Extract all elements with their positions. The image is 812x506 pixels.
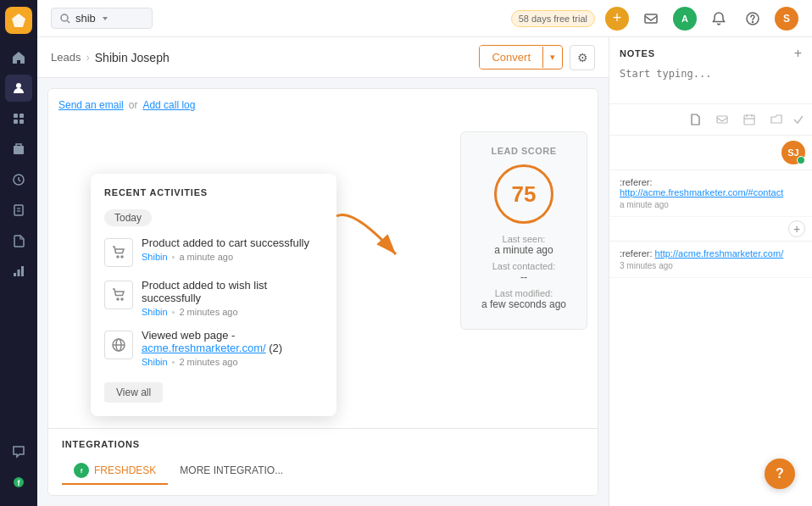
breadcrumb-name: Shibin Joseph xyxy=(95,51,170,64)
notes-add-button[interactable]: + xyxy=(794,46,802,61)
right-activity-link-1[interactable]: http://acme.freshmarketer.com/#contact xyxy=(620,187,783,197)
sidebar-icon-home[interactable] xyxy=(5,44,32,71)
freshdesk-label: FRESHDESK xyxy=(94,464,156,476)
settings-button[interactable]: ⚙ xyxy=(570,45,595,70)
right-panel-calendar-icon[interactable] xyxy=(737,108,761,131)
sidebar-icon-chat[interactable] xyxy=(5,438,32,465)
lead-score-title: LEAD SCORE xyxy=(491,146,556,156)
svg-point-21 xyxy=(117,256,119,258)
svg-point-16 xyxy=(61,14,68,21)
activity-link-3[interactable]: acme.freshmarketer.com/ xyxy=(142,342,266,354)
online-badge xyxy=(797,156,805,164)
svg-rect-31 xyxy=(744,115,754,125)
activity-icon-web xyxy=(104,331,133,359)
notifications-icon[interactable] xyxy=(707,7,731,31)
right-activity-time-2: 3 minutes ago xyxy=(620,261,802,270)
search-icon xyxy=(60,14,70,24)
sidebar-icon-deals[interactable] xyxy=(5,166,32,193)
svg-point-20 xyxy=(753,21,754,22)
user-avatar-green[interactable]: A xyxy=(673,7,697,31)
activity-add-button[interactable]: + xyxy=(788,220,805,237)
sidebar-icon-contacts[interactable] xyxy=(5,105,32,132)
sidebar-icon-tasks[interactable] xyxy=(5,197,32,224)
email-icon[interactable] xyxy=(639,7,663,31)
recent-activities-popup: RECENT ACTIVITIES Today Product added to… xyxy=(91,174,336,416)
notes-input[interactable] xyxy=(620,68,802,92)
notes-header: NOTES + xyxy=(620,46,802,61)
search-box[interactable]: shib xyxy=(51,8,153,29)
avatar-with-badge: SJ xyxy=(781,141,805,164)
activity-item-3: Viewed web page - acme.freshmarketer.com… xyxy=(104,329,323,367)
svg-text:f: f xyxy=(81,467,83,475)
activity-time-3: 2 minutes ago xyxy=(179,357,237,367)
breadcrumb-sep: › xyxy=(86,51,89,64)
add-call-log-link[interactable]: Add call log xyxy=(142,99,195,111)
contact-info-panel: Send an email or Add call log View all L… xyxy=(47,88,598,496)
svg-rect-3 xyxy=(19,114,24,118)
last-modified-label: Last modified: xyxy=(481,288,566,298)
activity-user-3[interactable]: Shibin xyxy=(142,357,168,367)
right-panel-icons xyxy=(609,104,812,136)
sidebar-icon-files[interactable] xyxy=(5,227,32,254)
sidebar-icon-companies[interactable] xyxy=(5,136,32,163)
integrations-section: INTEGRATIONS f FRESHDESK MORE INTEGRATIO… xyxy=(48,428,598,495)
svg-rect-18 xyxy=(645,14,657,23)
sidebar-logo[interactable] xyxy=(5,7,32,34)
activity-date-badge: Today xyxy=(104,209,152,226)
score-meta: Last seen: a minute ago Last contacted: … xyxy=(481,234,566,315)
right-panel-doc-icon[interactable] xyxy=(683,108,707,131)
center-panel: Leads › Shibin Joseph Convert ▾ ⚙ Send a… xyxy=(37,37,609,506)
send-email-link[interactable]: Send an email xyxy=(58,99,124,111)
breadcrumb-leads[interactable]: Leads xyxy=(51,51,81,64)
activity-icon-wishlist xyxy=(104,281,133,309)
freshdesk-icon: f xyxy=(74,463,89,478)
score-circle: 75 xyxy=(494,164,553,224)
help-icon[interactable] xyxy=(741,7,765,31)
breadcrumb: Leads › Shibin Joseph xyxy=(51,51,170,64)
activity-meta-3: Shibin • 2 minutes ago xyxy=(142,357,323,367)
convert-button[interactable]: Convert xyxy=(480,46,542,69)
arrow-annotation xyxy=(328,199,447,267)
sidebar-icon-reports[interactable] xyxy=(5,258,32,285)
activity-time-1: a minute ago xyxy=(179,252,233,262)
topbar: shib 58 days free trial + A S xyxy=(37,0,812,37)
popup-view-all-button[interactable]: View all xyxy=(104,382,163,403)
help-button[interactable]: ? xyxy=(765,459,795,489)
right-panel-folder-icon[interactable] xyxy=(765,108,788,131)
add-button[interactable]: + xyxy=(605,7,629,31)
convert-dropdown-button[interactable]: ▾ xyxy=(542,47,562,68)
activity-time-2: 2 minutes ago xyxy=(179,307,237,317)
sidebar-icon-leads[interactable] xyxy=(5,75,32,102)
right-panel: NOTES + xyxy=(609,37,812,506)
right-activity-2: :referer: http://acme.freshmarketer.com/… xyxy=(609,242,812,278)
search-text: shib xyxy=(75,12,96,25)
more-integrations-label: MORE INTEGRATIO... xyxy=(180,464,283,476)
right-panel-email-icon[interactable] xyxy=(710,108,734,131)
user-avatar[interactable]: S xyxy=(775,7,798,31)
integration-tab-freshdesk[interactable]: f FRESHDESK xyxy=(62,458,168,485)
last-contacted-label: Last contacted: xyxy=(481,261,566,271)
activity-title-2: Product added to wish list successfully xyxy=(142,279,323,304)
integrations-title: INTEGRATIONS xyxy=(62,439,584,449)
svg-line-17 xyxy=(68,20,70,23)
activity-sep-2: • xyxy=(172,307,175,317)
action-sep: or xyxy=(129,99,138,111)
right-activity-link-2[interactable]: http://acme.freshmarketer.com/ xyxy=(655,248,784,259)
activity-icon-cart xyxy=(104,238,133,267)
activity-title-1: Product added to cart successfully xyxy=(142,236,323,249)
activity-user-1[interactable]: Shibin xyxy=(142,252,168,262)
svg-rect-6 xyxy=(14,146,24,154)
check-icon-wrap xyxy=(792,113,805,126)
last-contacted-value: -- xyxy=(481,271,566,283)
activity-info-1: Product added to cart successfully Shibi… xyxy=(142,236,323,262)
svg-point-23 xyxy=(117,298,119,300)
sidebar-icon-freshworks[interactable]: f xyxy=(5,469,32,496)
dropdown-icon xyxy=(101,14,109,23)
activity-meta-2: Shibin • 2 minutes ago xyxy=(142,307,323,317)
svg-point-22 xyxy=(121,256,123,258)
integration-tab-more[interactable]: MORE INTEGRATIO... xyxy=(168,458,295,485)
right-activity-1: :referer: http://acme.freshmarketer.com/… xyxy=(609,170,812,217)
integrations-tabs: f FRESHDESK MORE INTEGRATIO... xyxy=(62,458,584,485)
activity-user-2[interactable]: Shibin xyxy=(142,307,168,317)
score-value: 75 xyxy=(512,181,537,208)
